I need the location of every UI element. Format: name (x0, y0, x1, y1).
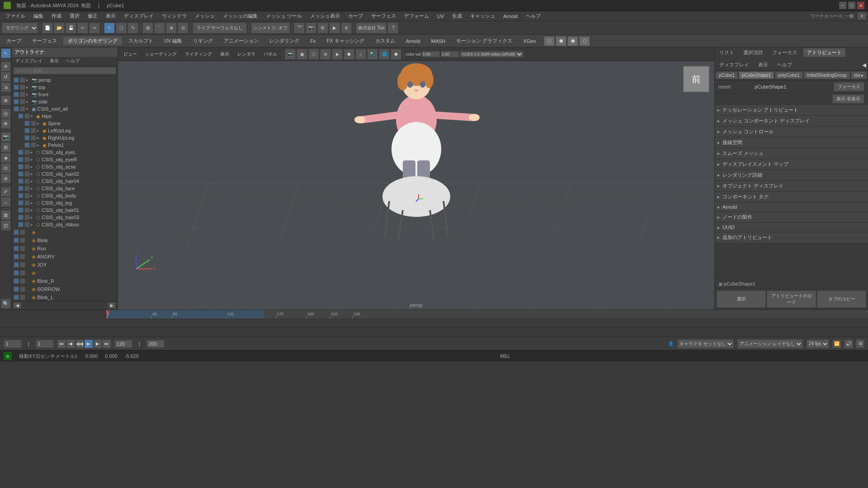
outliner-item-pelvis1[interactable]: ▸ ◉ Pelvis1 (12, 141, 118, 149)
rigging2[interactable]: ⊚ (1, 174, 11, 183)
soft-select[interactable]: ◎ (1, 108, 11, 118)
outliner-item-ribbon[interactable]: ▸ ⬡ CSIS_obj_ribbon (12, 221, 118, 228)
menu-display[interactable]: 表示 (102, 11, 119, 21)
anim-layer-dropdown[interactable]: アニメーション レイヤなし (737, 339, 803, 348)
node-tab-pcube1[interactable]: pCube1 (716, 71, 738, 79)
outliner-tab-help[interactable]: ヘルプ (62, 57, 83, 65)
shelf-icon-4[interactable]: ⬠ (579, 36, 590, 46)
vp-menu-show[interactable]: 表示 (217, 49, 233, 59)
vp-btn3[interactable]: ⬡ (308, 49, 319, 60)
loop-button[interactable]: 🔁 (833, 340, 841, 348)
attr-group-header-uuid[interactable]: ▸ UUID (715, 223, 868, 232)
render-btn2[interactable]: 📷 (306, 23, 316, 33)
shelf-tab-polygon[interactable]: ポリゴンのモデリング (63, 37, 122, 45)
vp-menu-shading[interactable]: シェーディング (142, 49, 180, 59)
open-file-button[interactable]: 📂 (54, 23, 65, 33)
attr-group-header-objdisplay[interactable]: ▸ オブジェクト ディスプレイ (715, 181, 868, 191)
save-file-button[interactable]: 💾 (66, 23, 76, 33)
outliner-item-blinkL[interactable]: ◆ Blink_L (12, 293, 118, 301)
outliner-item-body[interactable]: ▸ ⬡ CSIS_obj_body (12, 192, 118, 199)
point-snap[interactable]: ⊡ (1, 221, 11, 230)
menu-select[interactable]: 選択 (66, 11, 83, 21)
menu-create[interactable]: 作成 (48, 11, 65, 21)
step-back-button[interactable]: ◀ (66, 340, 75, 348)
menu-help[interactable]: ヘルプ (522, 11, 544, 21)
rp-tab-display[interactable]: ディスプレイ (717, 61, 752, 69)
shelf-tab-xgen[interactable]: XGen (519, 38, 540, 45)
play-back-button[interactable]: ◀◀ (75, 340, 84, 348)
grid-snap[interactable]: ⊠ (1, 210, 11, 220)
paint-effects[interactable]: ✐ (1, 187, 11, 197)
play-button[interactable]: ▶ (85, 340, 93, 348)
step-forward-button[interactable]: ▶ (94, 340, 102, 348)
shelf-tab-surface[interactable]: サーフェス (28, 37, 61, 45)
timeline-track-area[interactable] (106, 319, 868, 328)
vp-gamma-input[interactable] (441, 51, 459, 57)
menu-meshtool[interactable]: メッシュ ツール (262, 11, 306, 21)
universal-tool[interactable]: ⊕ (1, 95, 11, 105)
render-btn1[interactable]: 🎬 (294, 23, 305, 33)
load-attr-button[interactable]: アトリビュートのロード (767, 291, 816, 308)
shelf-tab-anim[interactable]: アニメーション (219, 37, 263, 45)
outliner-tab-show[interactable]: 表示 (46, 57, 62, 65)
hypershade[interactable]: ◈ (1, 153, 11, 163)
scale-tool[interactable]: ⇲ (1, 82, 11, 92)
outliner-item-hips[interactable]: ▾ ◉ Hips (12, 113, 118, 120)
vp-btn7[interactable]: ⌂ (355, 49, 366, 60)
outliner-item-rightupleg[interactable]: ▸ ◉ RightUpLeg (12, 134, 118, 141)
shelf-tab-motion[interactable]: モーション グラフィクス (452, 37, 517, 45)
frame-end-input[interactable] (114, 340, 132, 348)
rp-tab-attr[interactable]: アトリビュート (803, 48, 845, 57)
outliner-item-spine[interactable]: ▸ ◉ Spine (12, 120, 118, 127)
attr-group-header-smooth[interactable]: ▸ スムーズ メッシュ (715, 148, 868, 159)
menu-curve[interactable]: カーブ (344, 11, 367, 21)
rp-tab-show[interactable]: 表示 (755, 61, 771, 69)
snap-surface-button[interactable]: ◎ (178, 23, 189, 33)
vp-btn8[interactable]: 🔦 (367, 49, 378, 60)
mode-dropdown[interactable]: モデリング (2, 23, 38, 33)
attr-group-header-component-tag[interactable]: ▸ コンポーネント タグ (715, 192, 868, 202)
outliner-tab-display[interactable]: ディスプレイ (12, 57, 46, 65)
render-btn4[interactable]: ▶ (329, 23, 340, 33)
rp-tab-help[interactable]: ヘルプ (774, 61, 795, 69)
render-btn5[interactable]: ⏸ (341, 23, 352, 33)
character-set-dropdown[interactable]: キャラクタ セットなし (677, 339, 734, 348)
snap-grid-button[interactable]: ⊞ (142, 23, 153, 33)
shelf-tab-mash[interactable]: MASH (427, 38, 450, 45)
outliner-item-sorrow[interactable]: ◆ SORROW (12, 285, 118, 293)
current-frame-input[interactable] (4, 340, 22, 348)
rp-tab-selected[interactable]: 選択項目 (741, 48, 766, 57)
lasso-button[interactable]: ⬡ (116, 23, 127, 33)
select-button[interactable]: ↖ (104, 23, 115, 33)
attr-group-header-tangent[interactable]: ▸ 接線空間 (715, 137, 868, 148)
scroll-right-button[interactable]: ▶ (108, 302, 116, 309)
menu-cache[interactable]: キャッシュ (467, 11, 499, 21)
outliner-item-hair02[interactable]: ▸ ⬡ CSIS_obj_hair02 (12, 170, 118, 178)
menu-window[interactable]: ウィンドウ (158, 11, 190, 21)
new-file-button[interactable]: 📄 (42, 23, 53, 33)
outliner-search-input[interactable] (13, 67, 116, 75)
company-help[interactable]: ? (387, 23, 398, 33)
viewport-cube[interactable]: 前 (683, 66, 710, 93)
outliner-item-diamond2[interactable]: ◆ (12, 269, 118, 277)
menu-uv[interactable]: UV (434, 11, 448, 21)
attr-group-header-arnold[interactable]: ▸ Arnold (715, 202, 868, 211)
vp-menu-renderer[interactable]: レンダラ (234, 49, 259, 59)
move-tool[interactable]: ✛ (1, 61, 11, 71)
maximize-button[interactable]: □ (848, 2, 855, 9)
paint-button[interactable]: ✎ (127, 23, 138, 33)
vp-color-input[interactable] (422, 51, 440, 57)
attr-group-header-tessellation[interactable]: ▸ テッセレーション アトリビュート (715, 105, 868, 115)
skip-to-end-button[interactable]: ⏭ (103, 340, 111, 348)
minimize-button[interactable]: − (839, 2, 846, 9)
vp-camera-btn[interactable]: 📷 (285, 49, 296, 60)
show-hide-button[interactable]: 表示 非表示 (832, 94, 864, 103)
shelf-tab-fx[interactable]: Fx (306, 38, 320, 45)
outliner-item-side[interactable]: ▸ 📷 side (12, 98, 118, 105)
menu-deform[interactable]: デフォーム (401, 11, 433, 21)
attr-group-header-displacement[interactable]: ▸ ディスプレイスメント マップ (715, 159, 868, 169)
outliner-item-diamond1[interactable]: ◆ (12, 228, 118, 236)
skip-to-start-button[interactable]: ⏮ (57, 340, 66, 348)
menu-surface[interactable]: サーフェス (368, 11, 400, 21)
outliner-item-hair04[interactable]: ▸ ⬡ CSIS_obj_hair04 (12, 178, 118, 185)
